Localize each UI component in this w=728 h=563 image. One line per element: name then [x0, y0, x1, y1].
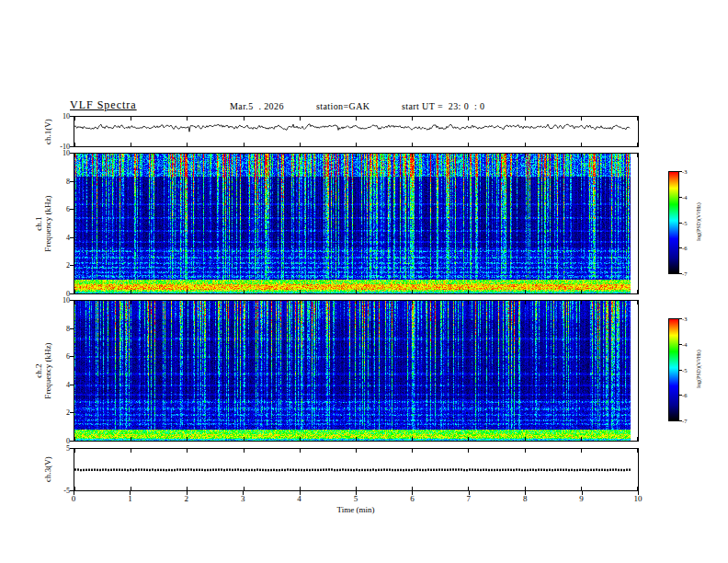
x-tick-mark	[243, 491, 244, 495]
colorbar-tick-label: -4	[682, 341, 697, 348]
ch3-y-tick-label: -5	[46, 487, 70, 495]
colorbar-tick-mark	[679, 344, 682, 345]
colorbar-tick-mark	[679, 223, 682, 224]
x-tick-mark	[412, 491, 413, 495]
ch3-y-tick-mark	[70, 448, 74, 449]
x-tick-mark	[582, 491, 583, 495]
ch2-spectrogram-panel	[74, 300, 639, 442]
ch2-spec-y-tick-label: 4	[46, 381, 70, 389]
x-tick-label: 3	[235, 495, 250, 503]
ch2-spec-y-tick-label: 8	[46, 325, 70, 333]
ch1-spec-y-tick-label: 2	[46, 261, 70, 270]
ch2-spectrogram-canvas	[74, 301, 638, 441]
ch1-spec-y-tick-mark	[70, 237, 74, 238]
colorbar-tick-label: -7	[682, 270, 697, 277]
ch2-spec-y-tick-label: 10	[46, 296, 70, 304]
colorbar-tick-label: -6	[682, 392, 697, 398]
ch2-spec-y-tick-label: 6	[46, 352, 70, 361]
ch2-spec-ylabel: ch.2 Frequency (kHz)	[34, 329, 52, 412]
ch2-channel-label: ch.2	[34, 329, 43, 412]
ch1-wave-ylabel: ch.1(V)	[43, 95, 52, 168]
ch1-wave-y-tick-mark	[70, 146, 74, 147]
x-tick-label: 0	[66, 495, 81, 503]
ch2-spec-y-tick-label: 2	[46, 408, 70, 417]
ch1-spec-y-tick-mark	[70, 293, 74, 294]
date-label: Mar.5 . 2026	[230, 101, 284, 111]
colorbar-tick-mark	[679, 171, 682, 172]
x-tick-mark	[187, 491, 188, 495]
colorbar-tick-label: -7	[682, 418, 697, 424]
x-tick-mark	[469, 491, 470, 495]
start-ut-label: start UT = 23: 0 : 0	[402, 101, 484, 111]
ch2-spec-y-tick-mark	[70, 441, 74, 442]
colorbar-tick-label: -5	[682, 220, 697, 226]
ch1-spec-y-tick-mark	[70, 153, 74, 154]
colorbar-tick-mark	[679, 273, 682, 274]
ch1-waveform-canvas	[74, 117, 638, 146]
ch2-spec-y-tick-mark	[70, 356, 74, 357]
x-tick-label: 5	[348, 495, 363, 503]
ch2-frequency-label: Frequency (kHz)	[43, 329, 52, 412]
ch1-spec-y-tick-label: 4	[46, 234, 70, 242]
colorbar-tick-mark	[679, 370, 682, 371]
ch1-wave-y-tick-mark	[70, 116, 74, 117]
x-tick-label: 7	[461, 495, 476, 503]
ch1-spec-y-tick-mark	[70, 209, 74, 210]
colorbar-tick-label: -3	[682, 168, 697, 175]
colorbar-ch1	[668, 171, 679, 274]
ch1-spectrogram-panel	[74, 153, 639, 294]
x-tick-label: 10	[631, 495, 645, 503]
x-tick-mark	[130, 491, 131, 495]
colorbar-ch2	[668, 318, 679, 421]
x-axis-label: Time (min)	[319, 505, 392, 514]
x-tick-mark	[74, 491, 74, 495]
ch3-canvas	[74, 449, 638, 490]
ch3-y-tick-mark	[70, 490, 74, 491]
x-tick-label: 1	[122, 495, 137, 503]
ch1-spec-y-tick-label: 8	[46, 178, 70, 186]
colorbar-tick-mark	[679, 197, 682, 198]
ch1-spec-y-tick-mark	[70, 181, 74, 182]
ch1-spec-y-tick-label: 10	[46, 149, 70, 157]
colorbar-tick-label: -4	[682, 194, 697, 201]
ch3-y-tick-label: 5	[46, 444, 70, 453]
colorbar-tick-mark	[679, 318, 682, 319]
x-tick-label: 8	[518, 495, 532, 503]
station-label: station=GAK	[316, 101, 370, 111]
ch1-spectrogram-canvas	[74, 154, 638, 293]
colorbar-tick-mark	[679, 420, 682, 421]
x-tick-mark	[300, 491, 301, 495]
colorbar-tick-mark	[679, 395, 682, 396]
x-tick-label: 2	[179, 495, 194, 503]
ch2-spec-y-tick-mark	[70, 412, 74, 413]
figure-title: VLF Spectra	[70, 98, 137, 112]
ch1-frequency-label: Frequency (kHz)	[43, 182, 52, 265]
x-tick-mark	[356, 491, 357, 495]
vlf-spectra-figure: VLF Spectra Mar.5 . 2026 station=GAK sta…	[0, 0, 728, 563]
x-tick-label: 9	[574, 495, 589, 503]
x-tick-label: 6	[404, 495, 419, 503]
ch1-waveform-panel	[74, 116, 639, 147]
ch1-spec-y-tick-label: 6	[46, 205, 70, 213]
colorbar-tick-mark	[679, 247, 682, 248]
ch1-channel-label: ch.1	[34, 182, 43, 265]
x-tick-mark	[638, 491, 639, 495]
colorbar-tick-label: -6	[682, 245, 697, 251]
ch1-spec-y-tick-mark	[70, 265, 74, 266]
ch2-spec-y-tick-mark	[70, 385, 74, 385]
ch1-wave-ylabel-text: ch.1(V)	[43, 95, 52, 168]
x-tick-label: 4	[292, 495, 307, 503]
colorbar-tick-label: -5	[682, 367, 697, 373]
ch1-wave-y-tick-label: 10	[46, 112, 70, 121]
ch1-spec-ylabel: ch.1 Frequency (kHz)	[34, 182, 52, 265]
colorbar-tick-label: -3	[682, 316, 697, 322]
ch3-panel	[74, 448, 639, 491]
ch2-spec-y-tick-mark	[70, 300, 74, 301]
ch2-spec-y-tick-mark	[70, 328, 74, 329]
x-tick-mark	[525, 491, 526, 495]
